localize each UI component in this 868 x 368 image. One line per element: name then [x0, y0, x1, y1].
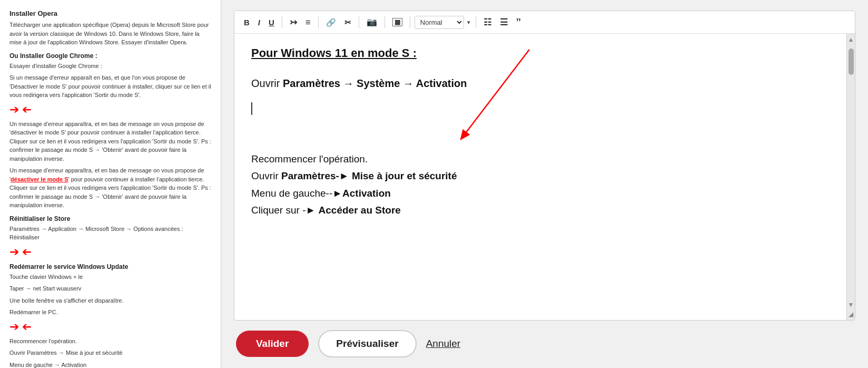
section5-text1: Recommencer l'opération.	[9, 337, 211, 346]
table-button[interactable]: ☷	[480, 16, 495, 29]
style-dropdown-arrow: ▼	[466, 20, 471, 25]
editor-bottom-section: Recommencer l'opération. Ouvrir Paramètr…	[251, 151, 830, 219]
bottom-line-2: Ouvrir Paramètres-► Mise à jour et sécur…	[251, 168, 830, 185]
section1-title: Ou Installer Google Chrome :	[9, 52, 211, 60]
editor-box: B I U ↣ ≡ 🔗 ✂ 📷	[234, 11, 855, 321]
section2-note: Un message d'erreur apparaîtra, et en ba…	[9, 120, 211, 163]
scroll-down-button[interactable]: ▼	[848, 301, 854, 308]
unlink-button[interactable]: ✂	[341, 16, 354, 28]
scrollbar[interactable]: ▲ ▼ ◢	[846, 34, 855, 320]
bold-button[interactable]: B	[241, 16, 253, 28]
section4-title: Redémarrer le service Windows Update	[9, 263, 211, 270]
style-select[interactable]: Normal Heading 1 Heading 2 Heading 3	[415, 16, 464, 29]
unordered-list-button[interactable]: ≡	[302, 16, 314, 29]
section4-text2: Taper → net Start wuauserv	[9, 284, 211, 293]
italic-button[interactable]: I	[255, 16, 263, 28]
left-panel: Installer Opera Télécharger une applicat…	[0, 0, 221, 368]
arrows-row-3: ➔ ➔	[9, 321, 211, 333]
separator-3	[359, 16, 359, 28]
separator-6	[476, 16, 476, 28]
cursor-block	[251, 98, 830, 130]
separator-2	[318, 16, 319, 28]
scroll-up-button[interactable]: ▲	[848, 36, 854, 43]
arrow-right-3: ➔	[9, 321, 19, 333]
underline-button[interactable]: U	[265, 16, 278, 28]
arrow-left-1: ➔	[22, 104, 32, 115]
text-cursor	[251, 102, 252, 115]
quote-button[interactable]: ’’	[513, 15, 524, 29]
section3-text: Paramètres → Application → Microsoft Sto…	[9, 225, 211, 242]
arrow-left-3: ➔	[22, 321, 32, 333]
section2-note-bold: Un message d'erreur apparaîtra, et en ba…	[9, 166, 211, 210]
bottom-line-4: Cliquer sur -► Accéder au Store	[251, 202, 830, 219]
separator-1	[282, 16, 282, 28]
arrow-left-2: ➔	[22, 246, 32, 258]
media-button[interactable]: ▩	[389, 16, 406, 28]
arrows-row-1: ➔ ➔	[9, 104, 211, 115]
separator-5	[410, 16, 410, 28]
section4-text3: Une boîte fenêtre va s'afficher et dispa…	[9, 296, 211, 305]
image-button[interactable]: 📷	[363, 16, 380, 28]
arrow-right-2: ➔	[9, 246, 19, 258]
annuler-button[interactable]: Annuler	[426, 338, 461, 350]
section4-text4: Redémarrer le PC.	[9, 308, 211, 317]
right-panel: B I U ↣ ≡ 🔗 ✂ 📷	[221, 0, 868, 368]
editor-content[interactable]: Pour Windows 11 en mode S : Ouvrir Param…	[234, 34, 846, 320]
arrow-right-1: ➔	[9, 104, 19, 115]
previsualiser-button[interactable]: Prévisualiser	[318, 330, 416, 357]
bottom-line-3: Menu de gauche--►Activation	[251, 185, 830, 202]
footer-buttons: Valider Prévisualiser Annuler	[234, 330, 855, 357]
align-button[interactable]: ☰	[497, 16, 511, 29]
ordered-list-button[interactable]: ↣	[287, 16, 300, 29]
bottom-line-1: Recommencer l'opération.	[251, 151, 830, 168]
section5-text2: Ouvrir Paramètres → Mise à jour et sécur…	[9, 348, 211, 357]
editor-para-1: Ouvrir Paramètres → Système → Activation	[251, 75, 830, 92]
section1-note: Si un message d'erreur apparaît en bas, …	[9, 73, 211, 100]
section1-text: Essayer d'installer Google Chrome :	[9, 62, 211, 71]
separator-4	[384, 16, 385, 28]
scroll-resize[interactable]: ◢	[849, 311, 853, 318]
section4-text1: Touche clavier Windows + le	[9, 273, 211, 282]
scroll-thumb[interactable]	[849, 49, 854, 75]
arrows-row-2: ➔ ➔	[9, 246, 211, 258]
editor-inner: Pour Windows 11 en mode S : Ouvrir Param…	[234, 34, 855, 320]
valider-button[interactable]: Valider	[236, 331, 309, 357]
link-button[interactable]: 🔗	[323, 16, 339, 28]
left-intro: Télécharger une application spécifique (…	[9, 21, 211, 47]
section5-text3: Menu de gauche → Activation	[9, 361, 211, 369]
editor-title: Pour Windows 11 en mode S :	[251, 46, 830, 60]
section3-title: Réinitialiser le Store	[9, 215, 211, 222]
toolbar: B I U ↣ ≡ 🔗 ✂ 📷	[234, 11, 855, 34]
left-title: Installer Opera	[9, 9, 211, 17]
